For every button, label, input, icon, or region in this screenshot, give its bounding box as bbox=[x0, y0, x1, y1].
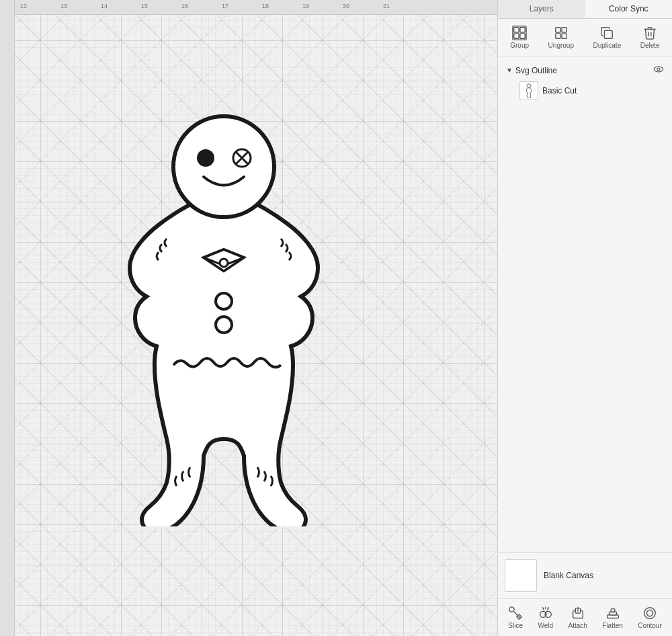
svg-point-7 bbox=[216, 317, 232, 333]
ruler-left bbox=[0, 0, 15, 636]
weld-button[interactable]: Weld bbox=[534, 603, 558, 632]
ruler-num-20: 20 bbox=[343, 3, 349, 9]
basic-cut-layer[interactable]: Basic Cut bbox=[503, 79, 667, 103]
svg-point-18 bbox=[654, 67, 663, 72]
svg-rect-10 bbox=[514, 34, 519, 38]
ruler-num-21: 21 bbox=[383, 3, 390, 9]
layer-group-header[interactable]: ▼ Svg Outline bbox=[503, 62, 667, 79]
ungroup-icon bbox=[554, 26, 569, 40]
tab-color-sync[interactable]: Color Sync bbox=[585, 0, 673, 18]
slice-label: Slice bbox=[508, 622, 523, 629]
svg-rect-14 bbox=[562, 28, 566, 32]
svg-rect-29 bbox=[611, 609, 615, 612]
layer-group-name: Svg Outline bbox=[515, 66, 650, 75]
ruler-num-14: 14 bbox=[101, 3, 108, 9]
group-button[interactable]: Group bbox=[506, 23, 533, 52]
attach-icon bbox=[571, 606, 585, 621]
svg-rect-9 bbox=[520, 28, 525, 32]
ungroup-button[interactable]: Ungroup bbox=[544, 23, 578, 52]
right-panel: Layers Color Sync Group Ungroup bbox=[497, 0, 672, 636]
tab-bar: Layers Color Sync bbox=[498, 0, 672, 19]
slice-icon bbox=[508, 606, 523, 621]
contour-icon bbox=[642, 606, 657, 621]
svg-point-19 bbox=[657, 68, 660, 71]
svg-rect-8 bbox=[514, 28, 519, 32]
flatten-button[interactable]: Flatten bbox=[598, 603, 627, 632]
ruler-top: 12 13 14 15 16 17 18 19 20 21 bbox=[0, 0, 497, 15]
svg-point-0 bbox=[173, 116, 274, 217]
flatten-icon bbox=[605, 606, 620, 621]
svg-rect-16 bbox=[562, 34, 566, 38]
ungroup-label: Ungroup bbox=[548, 42, 574, 49]
ruler-num-12: 12 bbox=[20, 3, 27, 9]
delete-icon bbox=[642, 26, 657, 40]
ruler-num-13: 13 bbox=[60, 3, 67, 9]
svg-point-1 bbox=[197, 149, 214, 167]
layer-thumbnail bbox=[519, 81, 538, 100]
svg-rect-13 bbox=[556, 28, 560, 32]
svg-point-20 bbox=[527, 84, 531, 88]
contour-label: Contour bbox=[638, 622, 662, 629]
canvas-area[interactable]: 12 13 14 15 16 17 18 19 20 21 bbox=[0, 0, 497, 636]
group-icon bbox=[512, 26, 527, 40]
eye-icon[interactable] bbox=[653, 64, 664, 77]
blank-canvas-thumbnail bbox=[505, 559, 537, 592]
duplicate-icon bbox=[599, 26, 614, 40]
svg-outline-group: ▼ Svg Outline Basic Cut bbox=[498, 59, 672, 106]
svg-point-6 bbox=[216, 293, 232, 309]
panel-toolbar: Group Ungroup Duplicate bbox=[498, 19, 672, 56]
duplicate-button[interactable]: Duplicate bbox=[589, 23, 626, 52]
svg-rect-11 bbox=[520, 34, 525, 38]
slice-button[interactable]: Slice bbox=[504, 603, 527, 632]
svg-point-5 bbox=[220, 259, 228, 267]
ruler-num-18: 18 bbox=[262, 3, 269, 9]
attach-label: Attach bbox=[569, 622, 587, 629]
chevron-icon: ▼ bbox=[506, 67, 513, 74]
group-label: Group bbox=[510, 42, 529, 49]
flatten-label: Flatten bbox=[602, 622, 623, 629]
delete-button[interactable]: Delete bbox=[636, 23, 664, 52]
gingerbread-svg[interactable] bbox=[62, 110, 385, 526]
svg-rect-17 bbox=[605, 30, 613, 38]
svg-rect-15 bbox=[556, 34, 560, 38]
bottom-canvas-section: Blank Canvas bbox=[498, 552, 672, 598]
svg-rect-28 bbox=[609, 612, 616, 615]
delete-label: Delete bbox=[640, 42, 660, 49]
weld-icon bbox=[538, 606, 553, 621]
svg-rect-12 bbox=[513, 26, 526, 40]
weld-label: Weld bbox=[538, 622, 554, 629]
blank-canvas-label: Blank Canvas bbox=[544, 571, 593, 580]
layer-name: Basic Cut bbox=[542, 86, 577, 95]
contour-button[interactable]: Contour bbox=[634, 603, 666, 632]
bottom-toolbar: Slice Weld Attach Flatten bbox=[498, 598, 672, 636]
layer-tree: ▼ Svg Outline Basic Cut bbox=[498, 56, 672, 552]
ruler-num-15: 15 bbox=[141, 3, 148, 9]
svg-point-21 bbox=[509, 607, 514, 612]
ruler-num-19: 19 bbox=[302, 3, 309, 9]
tab-layers[interactable]: Layers bbox=[498, 0, 585, 18]
attach-button[interactable]: Attach bbox=[564, 603, 591, 632]
ruler-num-16: 16 bbox=[181, 3, 188, 9]
ruler-num-17: 17 bbox=[222, 3, 228, 9]
duplicate-label: Duplicate bbox=[593, 42, 622, 49]
